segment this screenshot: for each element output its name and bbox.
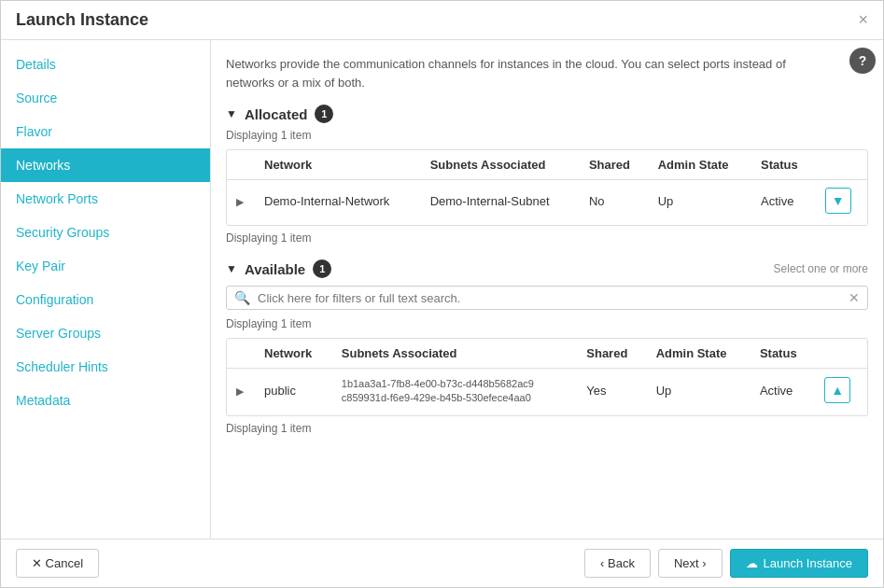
help-button[interactable]: ? xyxy=(849,48,876,74)
available-col-status: Status xyxy=(751,339,815,369)
sidebar-item-flavor[interactable]: Flavor xyxy=(1,115,210,148)
allocated-subtitle: Displaying 1 item xyxy=(226,129,868,142)
allocated-network-name: Demo-Internal-Network xyxy=(255,180,421,222)
allocated-row: ▶ Demo-Internal-Network Demo-Internal-Su… xyxy=(227,180,867,222)
available-row: ▶ public 1b1aa3a1-7fb8-4e00-b73c-d448b56… xyxy=(227,369,867,413)
available-action-cell: ▲ xyxy=(815,369,867,413)
available-chevron[interactable]: ▼ xyxy=(226,262,237,275)
allocated-admin-state: Up xyxy=(649,180,751,222)
available-col-shared: Shared xyxy=(577,339,646,369)
allocated-title: Allocated xyxy=(245,106,308,122)
allocated-col-shared: Shared xyxy=(580,150,649,180)
allocated-status: Active xyxy=(751,180,816,222)
available-section-header: ▼ Available 1 Select one or more xyxy=(226,259,868,278)
description-text: Networks provide the communication chann… xyxy=(226,55,868,91)
launch-label: Launch Instance xyxy=(764,556,852,570)
sidebar-item-key-pair[interactable]: Key Pair xyxy=(1,249,210,283)
available-network-name: public xyxy=(255,369,332,413)
sidebar-item-details[interactable]: Details xyxy=(1,48,210,81)
available-subtitle: Displaying 1 item xyxy=(226,317,868,330)
select-hint: Select one or more xyxy=(774,262,868,275)
allocate-button[interactable]: ▲ xyxy=(824,377,850,403)
available-col-subnets: Subnets Associated xyxy=(332,339,578,369)
available-admin-state: Up xyxy=(647,369,751,413)
search-icon: 🔍 xyxy=(234,290,250,305)
search-bar: 🔍 ✕ xyxy=(226,286,868,310)
allocated-col-network xyxy=(227,150,255,180)
allocated-chevron[interactable]: ▼ xyxy=(226,107,237,120)
deallocate-button[interactable]: ▼ xyxy=(825,188,851,214)
allocated-shared: No xyxy=(580,180,649,222)
available-title: Available xyxy=(245,261,305,277)
available-table: Network Subnets Associated Shared Admin … xyxy=(227,339,867,412)
available-shared: Yes xyxy=(577,369,646,413)
modal-container: Launch Instance × Details Source Flavor … xyxy=(0,0,884,588)
modal-body: Details Source Flavor Networks Network P… xyxy=(1,40,883,539)
available-table-wrapper: Network Subnets Associated Shared Admin … xyxy=(226,338,868,416)
modal-footer: ✕ Cancel ‹ Back Next › ☁ Launch Instance xyxy=(1,539,883,587)
main-content: ? Networks provide the communication cha… xyxy=(211,40,883,539)
allocated-col-subnets: Subnets Associated xyxy=(421,150,580,180)
next-button[interactable]: Next › xyxy=(658,549,723,578)
search-clear-button[interactable]: ✕ xyxy=(849,290,860,305)
allocated-badge: 1 xyxy=(315,105,333,123)
launch-instance-button[interactable]: ☁ Launch Instance xyxy=(730,549,868,578)
allocated-section-header: ▼ Allocated 1 xyxy=(226,105,868,123)
available-row-expand[interactable]: ▶ xyxy=(227,369,255,413)
close-button[interactable]: × xyxy=(858,10,868,30)
allocated-footer-subtitle: Displaying 1 item xyxy=(226,231,868,245)
cancel-button[interactable]: ✕ Cancel xyxy=(16,549,99,578)
sidebar: Details Source Flavor Networks Network P… xyxy=(1,40,211,539)
sidebar-item-scheduler-hints[interactable]: Scheduler Hints xyxy=(1,350,210,384)
allocated-col-network-label: Network xyxy=(255,150,421,180)
allocated-table-wrapper: Network Subnets Associated Shared Admin … xyxy=(226,149,868,226)
sidebar-item-configuration[interactable]: Configuration xyxy=(1,283,210,316)
footer-right: ‹ Back Next › ☁ Launch Instance xyxy=(584,549,868,578)
launch-cloud-icon: ☁ xyxy=(746,556,758,570)
allocated-subnets: Demo-Internal-Subnet xyxy=(421,180,580,222)
sidebar-item-metadata[interactable]: Metadata xyxy=(1,384,210,417)
allocated-col-action xyxy=(816,150,867,180)
available-col-admin-state: Admin State xyxy=(647,339,751,369)
search-input[interactable] xyxy=(258,291,841,305)
available-badge: 1 xyxy=(313,259,331,278)
available-footer-subtitle: Displaying 1 item xyxy=(226,422,868,435)
available-col-action xyxy=(815,339,867,369)
sidebar-item-source[interactable]: Source xyxy=(1,81,210,115)
sidebar-item-security-groups[interactable]: Security Groups xyxy=(1,216,210,249)
available-subnets: 1b1aa3a1-7fb8-4e00-b73c-d448b5682ac9 c85… xyxy=(332,369,578,413)
allocated-col-admin-state: Admin State xyxy=(649,150,751,180)
sidebar-item-server-groups[interactable]: Server Groups xyxy=(1,316,210,350)
available-col-network-label: Network xyxy=(255,339,332,369)
allocated-table: Network Subnets Associated Shared Admin … xyxy=(227,150,867,221)
available-col-expand xyxy=(227,339,255,369)
allocated-row-expand[interactable]: ▶ xyxy=(227,180,255,222)
modal-title: Launch Instance xyxy=(16,10,148,30)
sidebar-item-network-ports[interactable]: Network Ports xyxy=(1,182,210,216)
footer-left: ✕ Cancel xyxy=(16,549,99,578)
available-status: Active xyxy=(751,369,815,413)
back-button[interactable]: ‹ Back xyxy=(584,549,651,578)
modal-header: Launch Instance × xyxy=(1,1,883,40)
allocated-action-cell: ▼ xyxy=(816,180,867,222)
allocated-col-status: Status xyxy=(751,150,816,180)
sidebar-item-networks[interactable]: Networks xyxy=(1,148,210,182)
